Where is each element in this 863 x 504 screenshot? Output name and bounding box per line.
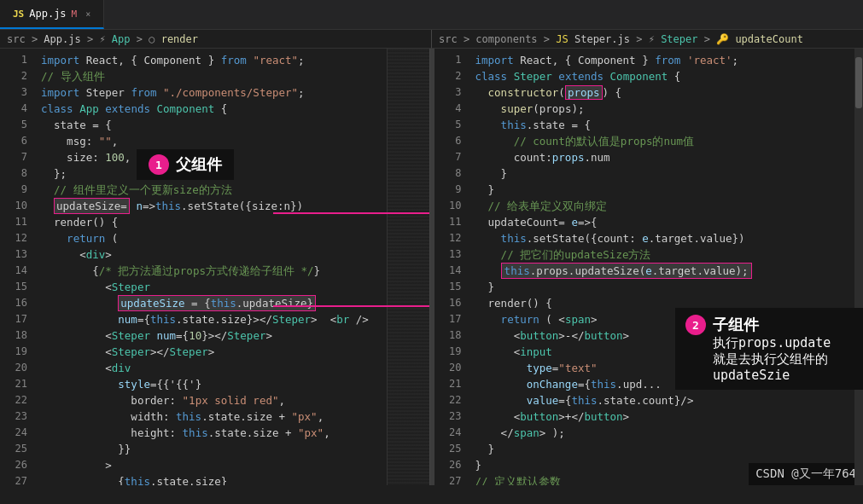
tab-appjs-label: App.js [29,8,66,20]
right-scrollbar[interactable] [854,49,863,485]
left-code-lines: import React, { Component } from "react"… [34,49,429,485]
modified-indicator: M [72,9,78,20]
editor-window: JS App.js M × src > App.js > ⚡ App > ○ r… [0,0,863,485]
annotation-label-right: 子组件 [713,315,831,335]
left-line-numbers: 12345 678910 1112131415 1617181920 21222… [0,49,34,485]
right-editor-pane: 12345 678910 1112131415 1617181920 21222… [434,49,864,485]
tab-close-icon[interactable]: × [85,9,90,19]
right-line-numbers: 12345 678910 1112131415 1617181920 21222… [434,49,469,485]
annotation-label-left: 父组件 [176,154,222,175]
breadcrumb-text-left: src > App.js > ⚡ App > ○ render [7,33,198,45]
annotation-subtitle1: 执行props.update [713,335,831,351]
breadcrumb-text-right: src > components > JS Steper.js > ⚡ Step… [439,33,803,45]
left-annotation: 1 父组件 [137,149,234,180]
tab-bar: JS App.js M × [0,0,863,30]
right-breadcrumb: src > components > JS Steper.js > ⚡ Step… [432,30,863,49]
editor-container: 12345 678910 1112131415 1617181920 21222… [0,49,863,485]
right-code-lines: import React, { Component } from 'react'… [469,49,864,485]
left-editor-pane: 12345 678910 1112131415 1617181920 21222… [0,49,430,485]
tab-appjs[interactable]: JS App.js M × [0,0,104,29]
js-icon: JS [13,9,24,20]
left-minimap [387,49,429,485]
csdn-watermark: CSDN @又一年764 [749,463,863,485]
right-annotation: 2 子组件 执行props.update 就是去执行父组件的 updateSzi… [675,308,863,390]
annotation-subtitle2: 就是去执行父组件的 [713,351,831,368]
annotation-num-1: 1 [149,154,169,175]
right-code-area: 12345 678910 1112131415 1617181920 21222… [434,49,864,485]
scrollbar-thumb[interactable] [855,57,862,108]
annotation-subtitle3: updateSzie [713,368,831,383]
annotation-num-2: 2 [685,315,706,335]
left-code-area: 12345 678910 1112131415 1617181920 21222… [0,49,429,485]
left-breadcrumb: src > App.js > ⚡ App > ○ render [0,30,432,49]
